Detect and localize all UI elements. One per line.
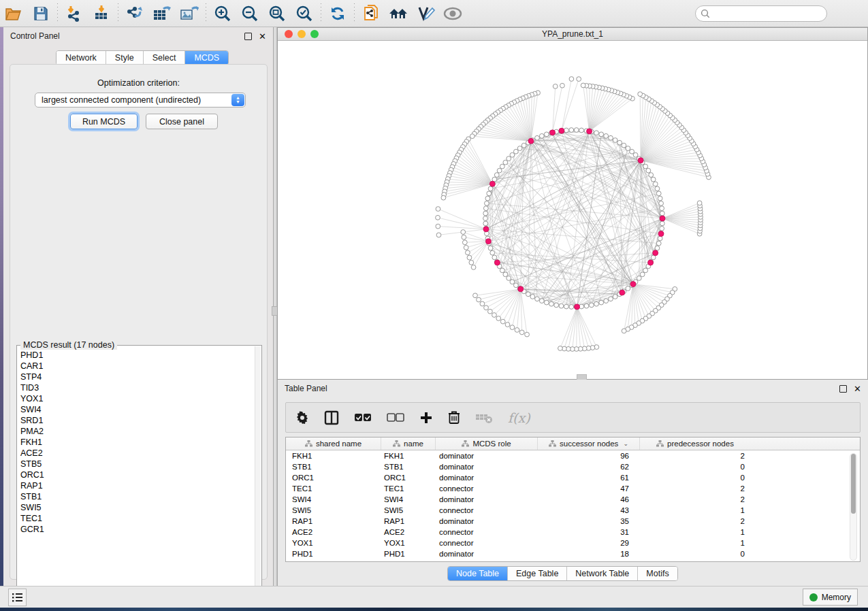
export-network-icon[interactable] — [121, 2, 148, 25]
search-box[interactable] — [695, 5, 827, 22]
table-panel-tab[interactable]: Node Table — [448, 567, 508, 580]
optimization-criterion-select[interactable]: largest connected component (undirected)… — [35, 93, 246, 108]
table-panel-tab[interactable]: Edge Table — [508, 567, 567, 580]
open-session-icon[interactable] — [0, 2, 27, 25]
cell-name: PHD1 — [381, 550, 436, 558]
zoom-in-icon[interactable] — [209, 2, 236, 25]
column-header[interactable]: shared name — [286, 437, 381, 450]
mcds-result-item[interactable]: GCR1 — [18, 524, 253, 535]
cell-mcds-role: dominator — [436, 452, 538, 460]
select-all-icon[interactable] — [354, 413, 372, 423]
import-network-icon[interactable] — [61, 2, 88, 25]
cell-shared-name: STB1 — [286, 463, 381, 471]
control-panel-tab[interactable]: Network — [57, 51, 106, 65]
cell-name: YOX1 — [381, 539, 436, 547]
result-list-scrollbar[interactable] — [255, 346, 261, 597]
table-scrollbar-thumb[interactable] — [851, 454, 856, 514]
zoom-selected-icon[interactable] — [291, 2, 318, 25]
cell-name: SWI5 — [381, 506, 436, 514]
new-network-from-selection-icon[interactable] — [357, 2, 385, 25]
cell-mcds-role: dominator — [436, 550, 538, 558]
table-panel-tab[interactable]: Motifs — [638, 567, 677, 580]
column-header[interactable]: successor nodes ⌄ — [538, 437, 640, 450]
mcds-result-item[interactable]: STB5 — [18, 459, 253, 469]
mcds-result-item[interactable]: SWI4 — [18, 404, 253, 415]
mcds-result-item[interactable]: SWI5 — [18, 502, 253, 513]
cell-shared-name: ACE2 — [286, 528, 381, 536]
add-row-icon[interactable] — [419, 411, 433, 425]
deselect-all-icon[interactable] — [387, 413, 404, 423]
table-row[interactable]: TEC1 TEC1 connector 47 2 — [286, 483, 860, 494]
table-row[interactable]: RAP1 RAP1 dominator 35 2 — [286, 516, 860, 527]
cell-shared-name: FKH1 — [286, 452, 381, 460]
mcds-result-box: MCDS result (17 nodes) PHD1CAR1STP4TID3Y… — [16, 345, 262, 597]
attribute-icon — [393, 440, 400, 447]
cell-name: FKH1 — [381, 452, 436, 460]
table-scrollbar[interactable] — [850, 453, 857, 561]
table-row[interactable]: FKH1 FKH1 dominator 96 2 — [286, 450, 860, 461]
save-session-icon[interactable] — [27, 2, 54, 25]
task-history-button[interactable] — [8, 589, 27, 606]
mcds-result-item[interactable]: SRD1 — [18, 415, 253, 426]
search-input[interactable] — [713, 9, 822, 18]
mcds-result-item[interactable]: STP4 — [18, 371, 253, 382]
table-panel-tab[interactable]: Network Table — [567, 567, 638, 580]
mcds-result-item[interactable]: YOX1 — [18, 393, 253, 404]
cell-mcds-role: connector — [436, 506, 538, 514]
close-panel-icon[interactable]: ✕ — [854, 385, 861, 393]
cell-mcds-role: dominator — [436, 495, 538, 503]
node-table: shared name name MCDS role successor nod… — [285, 437, 861, 562]
mcds-result-item[interactable]: CAR1 — [18, 361, 253, 371]
mcds-result-item[interactable]: STB1 — [18, 491, 253, 502]
delete-row-icon[interactable] — [448, 410, 460, 425]
table-row[interactable]: YOX1 YOX1 connector 29 1 — [286, 538, 860, 548]
mcds-result-item[interactable]: PMA2 — [18, 426, 253, 437]
mcds-result-item[interactable]: ACE2 — [18, 448, 253, 459]
mcds-result-item[interactable]: RAP1 — [18, 480, 253, 491]
apply-layout-icon[interactable] — [324, 2, 351, 25]
control-panel-tab[interactable]: Style — [106, 51, 144, 65]
mcds-result-item[interactable]: TID3 — [18, 382, 253, 393]
close-panel-icon[interactable]: ✕ — [259, 33, 266, 40]
memory-button[interactable]: Memory — [803, 589, 858, 606]
network-window-titlebar[interactable]: YPA_prune.txt_1 — [278, 28, 867, 41]
network-graph — [278, 41, 867, 379]
cell-predecessor-nodes: 2 — [640, 495, 750, 503]
table-row[interactable]: SWI4 SWI4 dominator 46 2 — [286, 494, 860, 505]
show-column-icon[interactable] — [324, 410, 339, 425]
table-row[interactable]: SWI5 SWI5 connector 43 1 — [286, 505, 860, 516]
column-header[interactable]: MCDS role — [436, 437, 538, 450]
network-view-window: YPA_prune.txt_1 — [277, 27, 868, 380]
column-header[interactable]: name — [381, 437, 436, 450]
float-panel-icon[interactable] — [244, 33, 252, 40]
import-table-icon[interactable] — [88, 2, 115, 25]
column-header[interactable]: predecessor nodes — [640, 437, 750, 450]
memory-status-icon — [809, 593, 818, 601]
table-row[interactable]: STB1 STB1 dominator 62 0 — [286, 461, 860, 472]
first-neighbors-icon[interactable] — [385, 2, 412, 25]
table-row[interactable]: PHD1 PHD1 dominator 18 0 — [286, 548, 860, 559]
table-panel: Table Panel ✕ f(x) — [277, 380, 868, 586]
show-graphics-details-icon[interactable] — [439, 2, 466, 25]
table-options-icon[interactable] — [295, 411, 309, 425]
zoom-fit-icon[interactable] — [263, 2, 291, 25]
close-panel-button[interactable]: Close panel — [146, 114, 218, 129]
cell-successor-nodes: 46 — [538, 495, 640, 503]
float-panel-icon[interactable] — [839, 385, 847, 393]
table-row[interactable]: ACE2 ACE2 connector 31 1 — [286, 527, 860, 538]
mcds-result-item[interactable]: PHD1 — [18, 350, 253, 361]
annotation-mode-icon[interactable] — [412, 2, 439, 25]
mcds-result-item[interactable]: ORC1 — [18, 469, 253, 480]
control-panel-tab[interactable]: MCDS — [185, 51, 228, 65]
export-image-icon[interactable] — [176, 2, 203, 25]
attribute-icon — [656, 440, 664, 447]
control-panel-tab[interactable]: Select — [144, 51, 186, 65]
cell-mcds-role: dominator — [436, 517, 538, 525]
mcds-result-item[interactable]: FKH1 — [18, 437, 253, 448]
zoom-out-icon[interactable] — [236, 2, 263, 25]
network-canvas[interactable] — [278, 41, 867, 379]
export-table-icon[interactable] — [148, 2, 176, 25]
run-mcds-button[interactable]: Run MCDS — [70, 114, 138, 129]
table-row[interactable]: ORC1 ORC1 dominator 61 0 — [286, 472, 860, 483]
mcds-result-item[interactable]: TEC1 — [18, 513, 253, 524]
